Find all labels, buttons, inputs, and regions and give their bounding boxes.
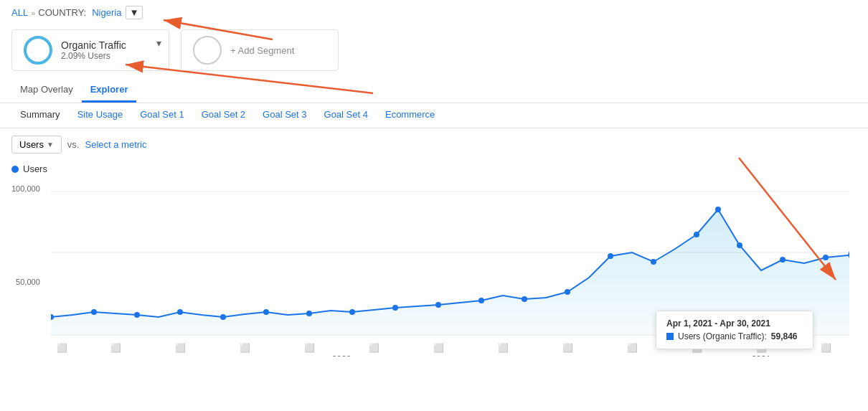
tab-map-overlay[interactable]: Map Overlay [11, 78, 82, 103]
svg-text:2021: 2021 [752, 354, 771, 356]
svg-text:2020: 2020 [332, 354, 352, 356]
add-segment-circle [193, 36, 222, 65]
segment-info: Organic Traffic 2.09% Users [61, 39, 126, 61]
primary-metric-label: Users [19, 139, 44, 150]
legend-dot [11, 166, 19, 173]
svg-point-8 [91, 309, 97, 315]
segment-percentage: 2.09% Users [61, 51, 126, 61]
svg-text:⬜: ⬜ [433, 342, 444, 353]
vs-label: vs. [67, 139, 80, 150]
add-segment-label: + Add Segment [230, 45, 294, 56]
tab-goal-set-3[interactable]: Goal Set 3 [254, 103, 315, 128]
svg-point-15 [392, 305, 398, 311]
svg-point-20 [608, 253, 613, 259]
tab-goal-set-4[interactable]: Goal Set 4 [316, 103, 377, 128]
svg-point-24 [737, 242, 742, 248]
chart-area: Users 100,000 50,000 [0, 161, 868, 378]
breadcrumb-country-value: Nigeria [92, 7, 121, 18]
svg-text:⬜: ⬜ [240, 342, 250, 353]
svg-text:⬜: ⬜ [562, 342, 573, 353]
tabs-row1: Map Overlay Explorer [0, 78, 868, 103]
tooltip-number: 59,846 [771, 331, 798, 341]
segment-name: Organic Traffic [61, 39, 126, 51]
tab-goal-set-1[interactable]: Goal Set 1 [131, 103, 192, 128]
y-label-50k: 50,000 [11, 278, 44, 286]
breadcrumb: ALL » COUNTRY: Nigeria ▼ [0, 0, 868, 25]
segment-bar: Organic Traffic 2.09% Users ▾ + Add Segm… [0, 25, 868, 75]
svg-point-14 [349, 309, 355, 315]
svg-point-13 [306, 311, 312, 316]
tooltip-color-indicator [666, 333, 674, 340]
add-segment-card[interactable]: + Add Segment [181, 29, 339, 71]
svg-point-10 [177, 309, 183, 315]
tabs-row2: Summary Site Usage Goal Set 1 Goal Set 2… [0, 103, 868, 128]
svg-point-17 [478, 298, 484, 303]
chart-tooltip: Apr 1, 2021 - Apr 30, 2021 Users (Organi… [656, 311, 813, 349]
svg-point-23 [715, 207, 721, 212]
svg-text:⬜: ⬜ [821, 342, 831, 353]
svg-point-9 [134, 312, 140, 318]
segment-card-organic[interactable]: Organic Traffic 2.09% Users ▾ [11, 29, 169, 71]
chart-container: 100,000 50,000 [11, 177, 857, 378]
country-dropdown-button[interactable]: ▼ [126, 6, 142, 19]
svg-point-12 [263, 309, 269, 315]
svg-text:⬜: ⬜ [627, 342, 638, 353]
breadcrumb-sep: » [31, 9, 35, 17]
tab-explorer[interactable]: Explorer [82, 78, 137, 103]
svg-text:⬜: ⬜ [110, 342, 121, 353]
svg-text:⬜: ⬜ [304, 342, 315, 353]
tab-ecommerce[interactable]: Ecommerce [377, 103, 443, 128]
svg-point-21 [651, 259, 656, 265]
tab-summary[interactable]: Summary [11, 103, 69, 128]
chart-legend: Users [11, 161, 857, 177]
svg-text:⬜: ⬜ [369, 342, 379, 353]
svg-text:⬜: ⬜ [57, 342, 67, 353]
svg-point-11 [220, 314, 226, 320]
svg-point-19 [565, 289, 570, 295]
segment-chevron-icon[interactable]: ▾ [156, 37, 161, 49]
svg-point-16 [435, 302, 441, 308]
tab-goal-set-2[interactable]: Goal Set 2 [193, 103, 254, 128]
segment-circle-organic [24, 36, 52, 65]
svg-text:⬜: ⬜ [175, 342, 186, 353]
select-metric-link[interactable]: Select a metric [85, 139, 146, 150]
y-axis: 100,000 50,000 [11, 177, 44, 378]
tooltip-metric: Users (Organic Traffic): [678, 331, 767, 341]
legend-label: Users [23, 164, 47, 174]
svg-point-22 [694, 232, 699, 237]
svg-point-25 [780, 257, 786, 263]
svg-text:⬜: ⬜ [498, 342, 509, 353]
metric-dropdown-icon: ▼ [47, 141, 54, 148]
svg-point-26 [823, 255, 829, 260]
svg-point-18 [522, 296, 527, 302]
breadcrumb-country-label: COUNTRY: [38, 7, 86, 18]
metric-row: Users ▼ vs. Select a metric [0, 128, 868, 161]
tooltip-value: Users (Organic Traffic): 59,846 [666, 331, 803, 341]
tooltip-date: Apr 1, 2021 - Apr 30, 2021 [666, 318, 803, 329]
breadcrumb-all[interactable]: ALL [11, 7, 28, 18]
tab-site-usage[interactable]: Site Usage [69, 103, 132, 128]
y-label-100k: 100,000 [11, 184, 44, 193]
primary-metric-button[interactable]: Users ▼ [11, 136, 62, 153]
